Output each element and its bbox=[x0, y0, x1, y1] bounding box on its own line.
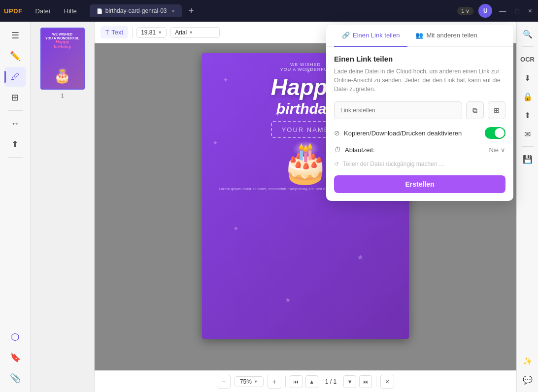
link-qr-btn[interactable]: ⊞ bbox=[488, 101, 505, 119]
zoom-selector[interactable]: 75% ▼ bbox=[235, 376, 264, 387]
thumb-page-1[interactable]: WE WISHEDYOU A WONDERFUL Happybirthday 🎂… bbox=[40, 28, 85, 98]
ablauf-value-selector[interactable]: Nie ∨ bbox=[489, 146, 505, 154]
right-div-1 bbox=[522, 46, 534, 47]
thumb-image: WE WISHEDYOU A WONDERFUL Happybirthday 🎂 bbox=[40, 28, 85, 90]
right-btn-save[interactable]: 💾 bbox=[519, 151, 536, 167]
paperclip-icon: 📎 bbox=[10, 373, 21, 384]
qr-icon: ⊞ bbox=[494, 106, 500, 114]
thumb-happy: Happybirthday bbox=[43, 39, 82, 49]
tab-file-icon: 📄 bbox=[97, 8, 102, 14]
user-avatar[interactable]: U bbox=[478, 4, 492, 18]
sidebar-divider-1 bbox=[8, 110, 23, 111]
current-page: 1 bbox=[325, 378, 329, 385]
right-btn-search[interactable]: 🔍 bbox=[519, 26, 536, 42]
page-next-icon: ▼ bbox=[347, 379, 353, 385]
left-sidebar: ☰ ✏️ 🖊 ⊞ ↔ ⬆ ⬡ 🔖 📎 bbox=[0, 22, 31, 392]
export-icon: ⬆ bbox=[11, 139, 19, 150]
active-indicator bbox=[4, 71, 6, 83]
page-last-icon: ⏭ bbox=[363, 379, 369, 385]
copy-toggle[interactable] bbox=[485, 127, 505, 139]
sidebar-btn-pages[interactable]: ☰ bbox=[4, 26, 26, 45]
page-next-btn[interactable]: ▼ bbox=[343, 375, 356, 388]
right-btn-upload[interactable]: ⬆ bbox=[519, 107, 536, 124]
upload-right-icon: ⬆ bbox=[524, 111, 531, 120]
total-pages: 1 bbox=[333, 378, 336, 385]
import-icon: ⬇ bbox=[524, 73, 531, 83]
share-tab-link[interactable]: 🔗 Einen Link teilen bbox=[334, 25, 407, 47]
sidebar-btn-paperclip[interactable]: 📎 bbox=[4, 368, 26, 388]
toolbar-sep-1 bbox=[132, 27, 133, 38]
star-5: ✦ bbox=[233, 225, 239, 232]
bottom-toolbar: − 75% ▼ + ⏮ ▲ 1 / 1 bbox=[95, 370, 516, 392]
share-description: Lade deine Datei in die Cloud hoch, um a… bbox=[334, 67, 505, 94]
share-others-icon: 👥 bbox=[415, 32, 423, 39]
layers-icon: ⬡ bbox=[11, 331, 19, 343]
active-tab[interactable]: 📄 birthday-card-genral-03 × bbox=[90, 4, 182, 17]
minimize-btn[interactable]: — bbox=[497, 7, 508, 15]
right-btn-import[interactable]: ⬇ bbox=[519, 69, 536, 86]
bottom-sep-2 bbox=[376, 376, 376, 387]
zoom-out-btn[interactable]: − bbox=[217, 375, 231, 389]
text-tool-btn[interactable]: T Text bbox=[101, 26, 128, 38]
font-size-chevron: ▼ bbox=[158, 30, 162, 35]
topbar: UPDF Datei Hilfe 📄 birthday-card-genral-… bbox=[0, 0, 538, 22]
link-input[interactable] bbox=[334, 101, 462, 119]
zoom-in-btn[interactable]: + bbox=[268, 375, 281, 389]
font-size-selector[interactable]: 19.81 ▼ bbox=[136, 27, 167, 38]
menu-hilfe[interactable]: Hilfe bbox=[59, 5, 82, 17]
ablauf-row: ⏱ Ablaufzeit: Nie ∨ bbox=[334, 146, 505, 154]
right-btn-comment[interactable]: 💬 bbox=[519, 371, 536, 388]
ocr-icon: OCR bbox=[520, 56, 535, 63]
toggle-circle bbox=[495, 128, 504, 138]
sidebar-btn-annotate[interactable]: 🖊 bbox=[4, 67, 26, 87]
search-right-icon: 🔍 bbox=[523, 30, 533, 39]
zoom-chevron: ▼ bbox=[254, 379, 258, 384]
page-first-icon: ⏮ bbox=[293, 379, 299, 385]
ablauf-value-text: Nie bbox=[489, 146, 499, 154]
close-view-btn[interactable]: × bbox=[380, 375, 394, 389]
right-btn-ai[interactable]: ✨ bbox=[519, 353, 536, 369]
sidebar-btn-bookmark[interactable]: 🔖 bbox=[4, 348, 26, 367]
comment-icon: 💬 bbox=[523, 375, 533, 385]
sidebar-btn-layout[interactable]: ⊞ bbox=[4, 88, 26, 107]
share-tab-others[interactable]: 👥 Mit anderen teilen bbox=[407, 25, 485, 47]
bottom-sep-1 bbox=[285, 376, 286, 387]
ablauf-chevron: ∨ bbox=[501, 146, 505, 154]
link-copy-btn[interactable]: ⧉ bbox=[466, 101, 484, 119]
page-prev-btn[interactable]: ▲ bbox=[305, 375, 318, 388]
sidebar-btn-edit[interactable]: ✏️ bbox=[4, 46, 26, 66]
protect-icon: 🔒 bbox=[523, 92, 533, 101]
ablauf-icon: ⏱ bbox=[334, 146, 341, 154]
add-tab-btn[interactable]: + bbox=[186, 6, 197, 16]
sidebar-btn-organize[interactable]: ↔ bbox=[4, 114, 26, 133]
right-btn-ocr[interactable]: OCR bbox=[519, 51, 536, 67]
tab-close-btn[interactable]: × bbox=[172, 8, 175, 14]
font-name-chevron: ▼ bbox=[189, 30, 193, 35]
right-btn-email[interactable]: ✉ bbox=[519, 126, 536, 142]
sidebar-btn-layers[interactable]: ⬡ bbox=[4, 327, 26, 347]
close-window-btn[interactable]: × bbox=[526, 7, 534, 15]
menu-datei[interactable]: Datei bbox=[30, 5, 55, 17]
copy-disable-icon: ⊘ bbox=[334, 129, 340, 137]
erstellen-btn[interactable]: Erstellen bbox=[334, 175, 505, 193]
sidebar-btn-export[interactable]: ⬆ bbox=[4, 134, 26, 154]
page-prev-icon: ▲ bbox=[309, 379, 314, 385]
layout-icon: ⊞ bbox=[11, 92, 19, 103]
text-tool-icon: T bbox=[105, 29, 109, 36]
thumbnail-panel: WE WISHEDYOU A WONDERFUL Happybirthday 🎂… bbox=[31, 22, 95, 392]
ablauf-label-text: Ablaufzeit: bbox=[345, 146, 375, 154]
ablauf-label: ⏱ Ablaufzeit: bbox=[334, 146, 375, 154]
revert-icon: ↺ bbox=[334, 161, 339, 167]
maximize-btn[interactable]: □ bbox=[513, 7, 521, 15]
right-btn-protect[interactable]: 🔒 bbox=[519, 88, 536, 105]
font-name-selector[interactable]: Arial ▼ bbox=[170, 27, 220, 38]
revert-row: ↺ Teilen der Datei rückgängig machen … bbox=[334, 161, 505, 167]
star-8: ★ bbox=[285, 296, 291, 304]
page-last-btn[interactable]: ⏭ bbox=[359, 375, 372, 388]
star-6: ★ bbox=[357, 253, 364, 261]
star-3: ✦ bbox=[212, 139, 218, 147]
page-first-btn[interactable]: ⏮ bbox=[290, 375, 303, 388]
version-badge[interactable]: 1 ∨ bbox=[457, 7, 473, 15]
right-div-2 bbox=[522, 146, 534, 147]
star-1: ✦ bbox=[223, 76, 229, 84]
